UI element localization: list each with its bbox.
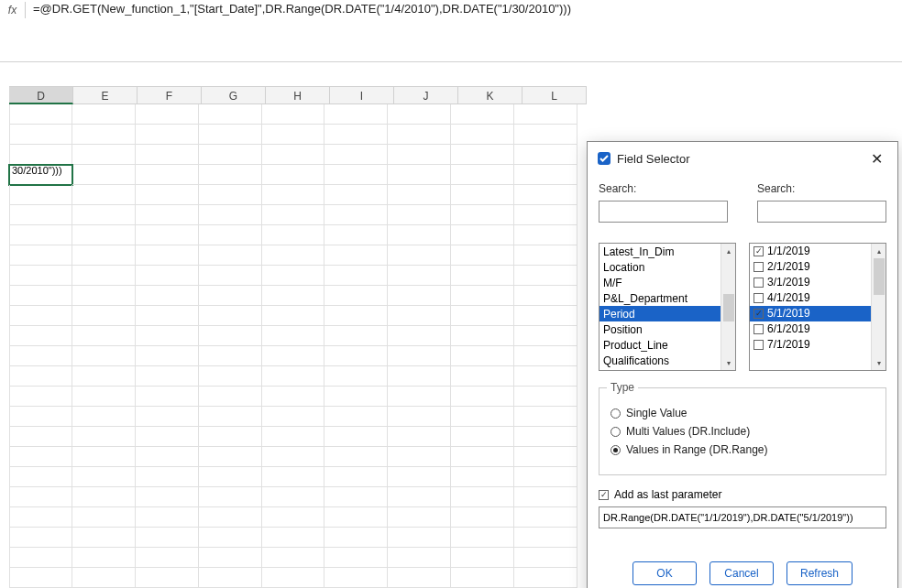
cell[interactable]	[136, 346, 199, 366]
cell[interactable]	[262, 205, 325, 225]
cell[interactable]	[262, 185, 325, 205]
radio-icon[interactable]	[610, 445, 621, 455]
cell[interactable]	[262, 346, 325, 366]
cell[interactable]	[324, 286, 388, 306]
radio-icon[interactable]	[610, 427, 621, 437]
cell[interactable]	[9, 548, 72, 568]
cell[interactable]	[136, 185, 199, 205]
cell[interactable]	[388, 225, 451, 245]
values-listbox[interactable]: ✓1/1/20192/1/20193/1/20194/1/2019✓5/1/20…	[749, 243, 886, 371]
cell[interactable]	[262, 487, 325, 507]
cell[interactable]	[199, 507, 262, 528]
cell[interactable]	[72, 286, 136, 306]
cell[interactable]	[451, 366, 514, 387]
cell[interactable]	[451, 427, 514, 447]
cell[interactable]	[388, 346, 451, 366]
column-header[interactable]: G	[202, 86, 266, 104]
cell[interactable]	[324, 185, 388, 205]
cell[interactable]	[451, 205, 514, 225]
cell[interactable]	[451, 266, 514, 286]
cell[interactable]	[514, 548, 578, 568]
cell[interactable]	[262, 245, 325, 266]
cell[interactable]	[72, 205, 136, 225]
cell[interactable]	[324, 387, 388, 407]
cell[interactable]	[72, 366, 136, 387]
cell[interactable]	[324, 225, 388, 245]
cell[interactable]	[72, 487, 136, 507]
checkbox-icon[interactable]: ✓	[754, 309, 764, 319]
cell[interactable]	[199, 447, 262, 467]
cell[interactable]	[262, 326, 325, 346]
list-item[interactable]: P&L_Department	[600, 290, 720, 306]
cell[interactable]	[72, 528, 136, 548]
cell[interactable]	[262, 165, 325, 185]
cell[interactable]	[324, 266, 388, 286]
cell[interactable]	[136, 548, 199, 568]
cell[interactable]	[262, 266, 325, 286]
cell[interactable]	[451, 387, 514, 407]
cell[interactable]	[514, 225, 578, 245]
cell[interactable]	[9, 568, 72, 588]
cell[interactable]	[199, 487, 262, 507]
cell[interactable]	[324, 487, 388, 507]
cell[interactable]	[262, 507, 325, 528]
cell[interactable]	[451, 467, 514, 487]
cell[interactable]	[136, 286, 199, 306]
cell[interactable]	[72, 346, 136, 366]
cell[interactable]	[451, 145, 514, 165]
list-item[interactable]: Product_Line	[600, 337, 720, 353]
cell[interactable]	[514, 165, 578, 185]
cell[interactable]	[324, 507, 388, 528]
cell[interactable]	[72, 125, 136, 145]
cell[interactable]	[136, 165, 199, 185]
cell[interactable]	[136, 447, 199, 467]
list-item[interactable]: 7/1/2019	[750, 337, 871, 353]
scrollbar-thumb[interactable]	[723, 294, 734, 321]
cell[interactable]	[388, 306, 451, 326]
cell[interactable]	[199, 225, 262, 245]
cell[interactable]	[72, 104, 136, 125]
column-header[interactable]: D	[9, 86, 73, 104]
cell[interactable]	[388, 245, 451, 266]
cell[interactable]	[136, 245, 199, 266]
list-item[interactable]: Qualifications	[600, 353, 720, 368]
cell[interactable]	[324, 467, 388, 487]
cell[interactable]	[72, 185, 136, 205]
column-header[interactable]: E	[73, 86, 138, 104]
cell[interactable]	[451, 487, 514, 507]
cell[interactable]	[9, 447, 72, 467]
cell[interactable]	[514, 407, 578, 427]
cell[interactable]	[388, 326, 451, 346]
list-item[interactable]: Period	[600, 306, 720, 321]
cell[interactable]	[9, 326, 72, 346]
cell[interactable]	[136, 326, 199, 346]
checkbox-icon[interactable]	[754, 278, 764, 288]
cell[interactable]	[199, 548, 262, 568]
scrollbar-thumb[interactable]	[874, 258, 885, 295]
cell[interactable]	[199, 366, 262, 387]
cell[interactable]	[451, 104, 514, 125]
cell[interactable]	[324, 205, 388, 225]
cell[interactable]	[388, 185, 451, 205]
cell[interactable]	[324, 165, 388, 185]
cell[interactable]	[72, 266, 136, 286]
cell[interactable]	[199, 467, 262, 487]
cell[interactable]	[262, 104, 325, 125]
list-item[interactable]: ✓1/1/2019	[750, 244, 871, 259]
cell[interactable]	[199, 165, 262, 185]
cell[interactable]	[451, 507, 514, 528]
cell[interactable]	[514, 487, 578, 507]
cell[interactable]	[451, 548, 514, 568]
cell[interactable]	[136, 407, 199, 427]
cell[interactable]	[388, 548, 451, 568]
cell[interactable]	[136, 104, 199, 125]
search-input-fields[interactable]	[599, 201, 728, 223]
add-last-checkbox[interactable]: ✓	[599, 490, 609, 500]
cell[interactable]	[72, 427, 136, 447]
cell[interactable]	[199, 568, 262, 588]
search-input-values[interactable]	[757, 201, 886, 223]
cell[interactable]	[72, 507, 136, 528]
cell[interactable]	[324, 125, 388, 145]
cell[interactable]	[9, 225, 72, 245]
cell[interactable]	[324, 104, 388, 125]
